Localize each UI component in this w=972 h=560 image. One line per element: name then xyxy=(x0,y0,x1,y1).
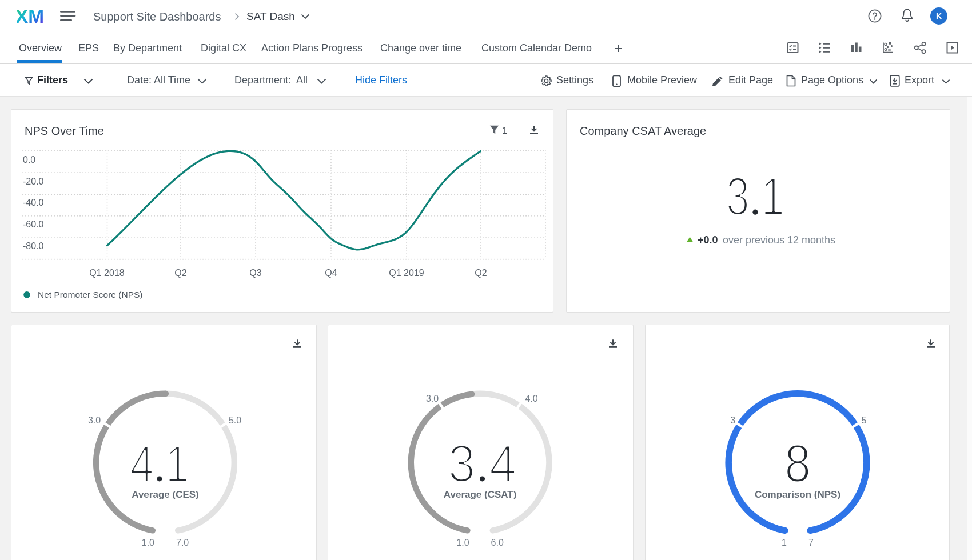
svg-text:1.0: 1.0 xyxy=(142,538,154,547)
svg-text:Q1 2019: Q1 2019 xyxy=(389,268,424,278)
svg-text:Q1 2018: Q1 2018 xyxy=(89,268,124,278)
svg-text:Q2: Q2 xyxy=(174,268,186,278)
svg-text:over previous 12 months: over previous 12 months xyxy=(723,234,835,246)
svg-text:-40.0: -40.0 xyxy=(23,198,44,207)
svg-text:Q4: Q4 xyxy=(325,268,337,278)
svg-text:6.0: 6.0 xyxy=(491,538,504,547)
svg-text:XM: XM xyxy=(17,7,44,25)
svg-text:0.0: 0.0 xyxy=(23,155,35,165)
svg-text:+0.0: +0.0 xyxy=(698,234,718,246)
svg-text:5.0: 5.0 xyxy=(229,415,241,425)
svg-text:-20.0: -20.0 xyxy=(23,177,44,186)
svg-text:3.0: 3.0 xyxy=(88,415,101,425)
svg-text:1.0: 1.0 xyxy=(456,538,469,547)
svg-text:Comparison (NPS): Comparison (NPS) xyxy=(755,489,840,500)
svg-text:3.1: 3.1 xyxy=(726,166,784,226)
svg-text:Average (CSAT): Average (CSAT) xyxy=(444,489,517,500)
svg-text:3.0: 3.0 xyxy=(426,394,439,403)
svg-text:Q3: Q3 xyxy=(249,268,261,278)
svg-text:Net Promoter Score (NPS): Net Promoter Score (NPS) xyxy=(38,290,142,299)
svg-text:Average (CES): Average (CES) xyxy=(132,489,198,500)
svg-text:8: 8 xyxy=(784,434,811,493)
svg-text:-80.0: -80.0 xyxy=(23,241,44,251)
svg-text:1: 1 xyxy=(782,538,787,547)
svg-text:7.0: 7.0 xyxy=(176,538,189,547)
svg-text:3: 3 xyxy=(730,415,735,425)
svg-text:4.0: 4.0 xyxy=(525,394,537,403)
svg-text:5: 5 xyxy=(862,415,867,425)
svg-text:3.4: 3.4 xyxy=(448,434,517,493)
svg-text:7: 7 xyxy=(808,538,814,547)
svg-text:-60.0: -60.0 xyxy=(23,219,44,229)
svg-text:4.1: 4.1 xyxy=(130,435,189,493)
svg-text:Q2: Q2 xyxy=(475,268,487,278)
